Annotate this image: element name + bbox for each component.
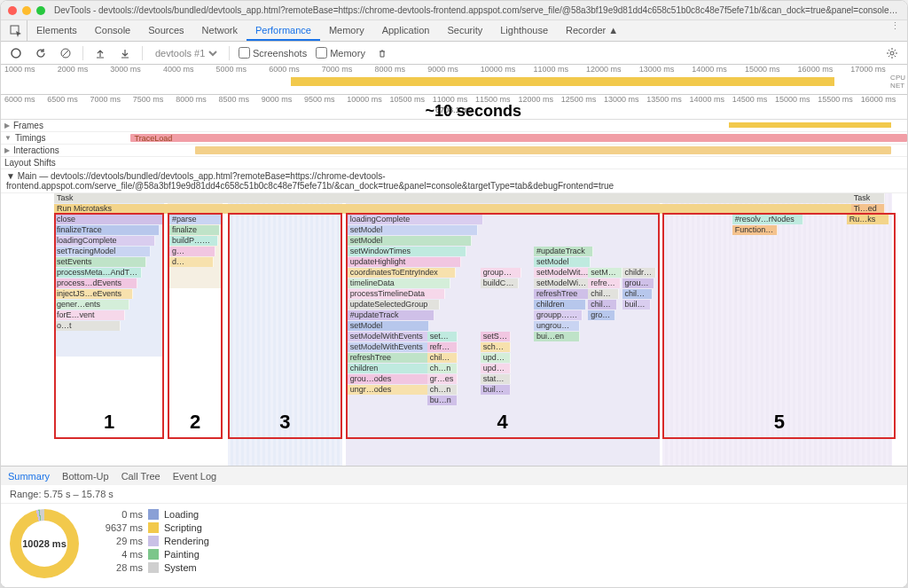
- trash-icon[interactable]: [374, 45, 390, 61]
- gear-icon[interactable]: [884, 45, 900, 61]
- tab-recorder-[interactable]: Recorder ▲: [557, 20, 627, 41]
- flame-bar[interactable]: setModelWithEvents: [534, 268, 595, 278]
- flame-bar[interactable]: refreshTree: [427, 342, 458, 352]
- flame-bar[interactable]: processMeta…AndThreads: [54, 268, 142, 278]
- flame-resolve-nodes[interactable]: #resolv…rNodes: [732, 215, 803, 224]
- flame-bar[interactable]: groupp…Nodes: [534, 310, 583, 320]
- interactions-section[interactable]: ▶Interactions: [1, 145, 907, 157]
- flame-bar[interactable]: buildP…Calls: [169, 236, 218, 246]
- tab-sources[interactable]: Sources: [139, 20, 192, 41]
- flame-bar[interactable]: updateHighlight: [348, 257, 461, 267]
- flame-bar[interactable]: setModel: [534, 257, 591, 267]
- layout-shifts-section[interactable]: Layout Shifts: [1, 157, 907, 169]
- flame-bar[interactable]: setEvents: [54, 257, 146, 267]
- footer-tab-bottom-up[interactable]: Bottom-Up: [62, 471, 109, 482]
- tab-elements[interactable]: Elements: [27, 20, 86, 41]
- flame-bar[interactable]: children: [427, 353, 458, 363]
- traffic-lights[interactable]: [8, 6, 45, 15]
- flame-bar[interactable]: timelineData: [348, 278, 450, 288]
- flame-bar[interactable]: ungrou…Nodes: [534, 321, 580, 331]
- flame-bar[interactable]: gro…es: [588, 310, 615, 320]
- minimize-window-icon[interactable]: [22, 6, 31, 15]
- flame-bar[interactable]: setModelWithEvents: [348, 332, 429, 341]
- flame-bar[interactable]: finalize: [169, 225, 220, 235]
- flame-bar[interactable]: o…t: [54, 321, 121, 331]
- timings-section[interactable]: ▼Timings TraceLoad: [1, 132, 907, 145]
- frames-section[interactable]: ▶Frames: [1, 120, 907, 132]
- kebab-menu-icon[interactable]: ⋮: [883, 20, 907, 41]
- flame-bar[interactable]: bu…n: [427, 396, 458, 405]
- upload-icon[interactable]: [92, 45, 108, 61]
- flame-bar[interactable]: setModelWithEvents: [348, 342, 429, 352]
- flame-bar[interactable]: group…Nodes: [622, 278, 654, 288]
- flame-bar[interactable]: setModel: [348, 236, 473, 246]
- flame-bar[interactable]: grou…odes: [348, 374, 429, 384]
- flame-bar[interactable]: processTimelineData: [348, 289, 445, 299]
- flame-bar[interactable]: setModel: [348, 321, 429, 331]
- flame-bar[interactable]: #updateTrack: [348, 310, 434, 320]
- flame-bar[interactable]: coordinatesToEntryIndex: [348, 268, 456, 278]
- overview-timeline[interactable]: 1000 ms2000 ms3000 ms4000 ms5000 ms6000 …: [1, 65, 907, 95]
- tab-security[interactable]: Security: [438, 20, 491, 41]
- flame-bar[interactable]: build…eded: [481, 385, 511, 395]
- flame-bar[interactable]: ch…n: [427, 364, 458, 373]
- flame-bar[interactable]: setModelWithEvents: [534, 278, 591, 288]
- flame-bar[interactable]: updat…tats: [481, 364, 511, 373]
- record-icon[interactable]: [8, 45, 24, 61]
- flame-bar[interactable]: buildChildren: [481, 278, 520, 288]
- flame-bar[interactable]: setMo…vents: [588, 268, 622, 278]
- tab-console[interactable]: Console: [86, 20, 139, 41]
- download-icon[interactable]: [117, 45, 133, 61]
- flame-bar[interactable]: refreshTree: [348, 353, 429, 363]
- reload-icon[interactable]: [33, 45, 49, 61]
- tab-lighthouse[interactable]: Lighthouse: [491, 20, 557, 41]
- memory-checkbox[interactable]: Memory: [316, 47, 365, 59]
- tab-memory[interactable]: Memory: [320, 20, 373, 41]
- flame-bar[interactable]: setMod…vents: [427, 332, 458, 341]
- flame-bar[interactable]: finalizeTrace: [54, 225, 160, 235]
- inspect-element-icon[interactable]: [4, 20, 27, 41]
- flame-bar[interactable]: close: [54, 215, 164, 224]
- flame-bar[interactable]: children: [588, 300, 617, 310]
- flame-bar[interactable]: group…Nodes: [481, 268, 521, 278]
- close-window-icon[interactable]: [8, 6, 17, 15]
- flame-chart[interactable]: Task Task Run Microtasks Ti…ed closefina…: [1, 193, 907, 466]
- flame-bar[interactable]: #updateTrack: [534, 247, 593, 256]
- footer-tab-event-log[interactable]: Event Log: [173, 471, 217, 482]
- main-thread-label[interactable]: ▼ Main — devtools://devtools/bundled/dev…: [1, 169, 907, 193]
- flame-task[interactable]: Task: [54, 193, 885, 203]
- screenshots-checkbox[interactable]: Screenshots: [239, 47, 307, 59]
- flame-task-right[interactable]: Task: [851, 193, 885, 203]
- detail-ruler[interactable]: 6000 ms6500 ms7000 ms7500 ms8000 ms8500 …: [1, 95, 907, 120]
- flame-bar[interactable]: children: [534, 300, 586, 310]
- flame-bar[interactable]: loadingComplete: [348, 215, 483, 224]
- flame-bar[interactable]: stats…ange: [481, 374, 511, 384]
- flame-bar[interactable]: loadingComplete: [54, 236, 155, 246]
- interactions-bar[interactable]: [195, 146, 890, 154]
- flame-bar[interactable]: process…dEvents: [54, 278, 137, 288]
- tab-performance[interactable]: Performance: [247, 20, 320, 41]
- flame-bar[interactable]: children: [348, 364, 429, 373]
- traceload-bar[interactable]: TraceLoad: [130, 134, 907, 142]
- flame-bar[interactable]: sche…dow: [481, 342, 511, 352]
- flame-bar[interactable]: children: [622, 289, 653, 299]
- flame-bar[interactable]: bui…en: [534, 332, 580, 341]
- flame-right-tied[interactable]: Ti…ed: [851, 204, 885, 214]
- flame-bar[interactable]: children: [588, 289, 618, 299]
- flame-bar[interactable]: d…: [169, 257, 214, 267]
- flame-bar[interactable]: setTracingModel: [54, 247, 151, 256]
- flame-bar[interactable]: ungr…odes: [348, 385, 429, 395]
- flame-bar[interactable]: children: [622, 268, 656, 278]
- flame-bar[interactable]: buildChildren: [622, 300, 652, 310]
- tab-application[interactable]: Application: [373, 20, 439, 41]
- clear-icon[interactable]: [58, 45, 74, 61]
- flame-bar[interactable]: gr…es: [427, 374, 458, 384]
- flame-bar[interactable]: setModel: [348, 225, 478, 235]
- recordings-dropdown[interactable]: devtools #1: [152, 47, 220, 59]
- flame-function-call[interactable]: Function Call: [732, 225, 779, 235]
- zoom-window-icon[interactable]: [36, 6, 45, 15]
- tab-network[interactable]: Network: [193, 20, 247, 41]
- flame-bar[interactable]: forE…vent: [54, 310, 125, 320]
- flame-bar[interactable]: gener…ents: [54, 300, 129, 310]
- footer-tab-call-tree[interactable]: Call Tree: [121, 471, 160, 482]
